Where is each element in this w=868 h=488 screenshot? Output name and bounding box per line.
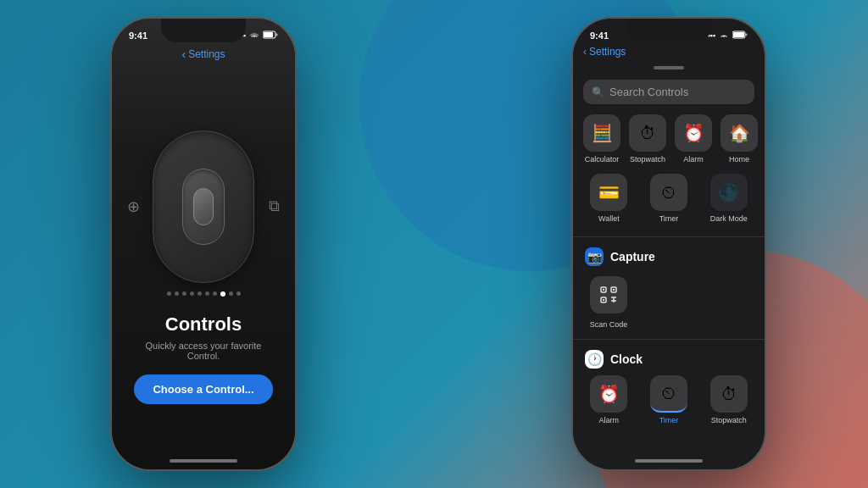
calculator-label: Calculator bbox=[585, 155, 620, 164]
control-stopwatch-clock[interactable]: ⏱ Stopwatch bbox=[703, 375, 754, 424]
scan-code-row: Scan Code bbox=[573, 273, 765, 336]
timer-label: Timer bbox=[659, 214, 679, 223]
alarm-icon: ⏰ bbox=[675, 114, 712, 152]
dot-4 bbox=[190, 291, 194, 296]
dark-mode-label: Dark Mode bbox=[710, 214, 748, 223]
svg-rect-10 bbox=[613, 289, 615, 291]
battery-icon bbox=[263, 30, 278, 41]
search-input-placeholder: Search Controls bbox=[609, 86, 688, 98]
timer-icon: ⏲ bbox=[650, 174, 687, 211]
time-left: 9:41 bbox=[129, 30, 147, 41]
remote-inner bbox=[182, 169, 225, 245]
battery-icon-right bbox=[732, 30, 748, 41]
divider-2 bbox=[573, 339, 765, 340]
chevron-left-icon-right: ‹ bbox=[583, 46, 587, 58]
dot-3 bbox=[182, 291, 186, 296]
control-alarm[interactable]: ⏰ Alarm bbox=[675, 114, 712, 164]
back-button-right[interactable]: ‹ Settings bbox=[573, 44, 765, 59]
svg-rect-9 bbox=[603, 289, 604, 291]
chevron-left-icon: ‹ bbox=[181, 47, 186, 61]
scroll-content: 🔍 Search Controls 🧮 Calculator ⏱ Stopwat… bbox=[573, 80, 765, 469]
add-icon[interactable]: ⊕ bbox=[127, 197, 140, 216]
clock-section-label: Clock bbox=[610, 352, 643, 366]
scan-code-icon bbox=[590, 276, 627, 313]
svg-rect-5 bbox=[746, 34, 748, 36]
alarm-label: Alarm bbox=[683, 155, 704, 164]
remote-toggle bbox=[193, 188, 214, 225]
dot-10 bbox=[236, 291, 241, 296]
dark-mode-icon: 🌑 bbox=[710, 174, 748, 211]
scan-code-label: Scan Code bbox=[590, 320, 628, 329]
section-header-clock: 🕐 Clock bbox=[573, 343, 765, 375]
stopwatch-clock-label: Stopwatch bbox=[711, 416, 747, 424]
home-indicator-left bbox=[170, 459, 237, 463]
dot-8-active bbox=[220, 291, 225, 297]
calculator-icon: 🧮 bbox=[583, 114, 620, 152]
dots-indicator bbox=[167, 291, 241, 297]
svg-rect-4 bbox=[733, 32, 744, 37]
choose-control-button[interactable]: Choose a Control... bbox=[134, 374, 272, 404]
controls-grid-row1: 🧮 Calculator ⏱ Stopwatch ⏰ Alarm 🏠 Home bbox=[573, 114, 765, 174]
back-label-right: Settings bbox=[589, 46, 626, 58]
stopwatch-label: Stopwatch bbox=[630, 155, 665, 164]
divider-1 bbox=[573, 236, 765, 237]
layers-icon[interactable]: ⧉ bbox=[269, 197, 280, 215]
phone-left: 9:41 ▪▪▪ bbox=[110, 17, 297, 471]
dot-9 bbox=[229, 291, 233, 296]
wifi-icon bbox=[249, 30, 259, 41]
screen-right: 9:41 ▪▪▪ ‹ bbox=[573, 19, 765, 469]
control-dark-mode[interactable]: 🌑 Dark Mode bbox=[703, 174, 754, 223]
phone-right: 9:41 ▪▪▪ ‹ bbox=[571, 17, 766, 471]
screen-left: 9:41 ▪▪▪ bbox=[112, 19, 295, 469]
notch-left bbox=[161, 19, 246, 42]
widget-area: ⊕ ⧉ bbox=[112, 64, 295, 469]
home-icon: 🏠 bbox=[721, 114, 758, 152]
dot-7 bbox=[213, 291, 217, 296]
section-header-capture: 📷 Capture bbox=[573, 241, 765, 273]
home-indicator-right bbox=[635, 459, 703, 463]
home-label: Home bbox=[729, 155, 749, 164]
sheet-handle bbox=[654, 66, 684, 69]
control-stopwatch[interactable]: ⏱ Stopwatch bbox=[629, 114, 666, 164]
wifi-icon-right bbox=[719, 30, 729, 41]
timer-clock-icon: ⏲ bbox=[650, 375, 687, 413]
status-icons-right: ▪▪▪ bbox=[707, 30, 748, 41]
capture-section-icon: 📷 bbox=[585, 247, 604, 266]
clock-section-icon: 🕐 bbox=[585, 350, 604, 369]
alarm-clock-label: Alarm bbox=[599, 416, 620, 424]
control-timer[interactable]: ⏲ Timer bbox=[643, 174, 695, 223]
control-wallet[interactable]: 💳 Wallet bbox=[583, 174, 635, 223]
svg-rect-1 bbox=[264, 32, 273, 37]
search-bar[interactable]: 🔍 Search Controls bbox=[583, 80, 754, 104]
controls-text-block: Controls Quickly access your favorite Co… bbox=[129, 313, 278, 404]
back-button-left[interactable]: ‹ Settings bbox=[171, 44, 235, 64]
controls-title: Controls bbox=[129, 313, 278, 336]
alarm-clock-icon: ⏰ bbox=[590, 375, 627, 413]
search-icon: 🔍 bbox=[592, 86, 604, 98]
stopwatch-clock-icon: ⏱ bbox=[710, 375, 748, 413]
stopwatch-icon: ⏱ bbox=[629, 114, 666, 152]
dot-5 bbox=[198, 291, 202, 296]
back-label-left: Settings bbox=[188, 48, 225, 60]
remote-widget bbox=[153, 130, 254, 283]
control-timer-clock[interactable]: ⏲ Timer bbox=[643, 375, 695, 424]
dot-6 bbox=[205, 291, 209, 296]
clock-controls-row: ⏰ Alarm ⏲ Timer ⏱ Stopwatch bbox=[573, 375, 765, 424]
svg-rect-11 bbox=[603, 299, 604, 301]
control-alarm-clock[interactable]: ⏰ Alarm bbox=[583, 375, 635, 424]
notch-right bbox=[626, 19, 711, 42]
control-home[interactable]: 🏠 Home bbox=[721, 114, 758, 164]
control-calculator[interactable]: 🧮 Calculator bbox=[583, 114, 620, 164]
time-right: 9:41 bbox=[590, 30, 609, 41]
dot-2 bbox=[175, 291, 179, 296]
controls-grid-row2: 💳 Wallet ⏲ Timer 🌑 Dark Mode bbox=[573, 174, 765, 233]
timer-clock-label: Timer bbox=[659, 416, 679, 424]
svg-rect-2 bbox=[276, 34, 278, 36]
wallet-icon: 💳 bbox=[590, 174, 627, 211]
control-scan-code[interactable]: Scan Code bbox=[585, 276, 632, 329]
controls-subtitle: Quickly access your favorite Control. bbox=[129, 341, 278, 361]
wallet-label: Wallet bbox=[598, 214, 620, 223]
capture-section-label: Capture bbox=[610, 250, 655, 263]
dot-1 bbox=[167, 291, 171, 296]
